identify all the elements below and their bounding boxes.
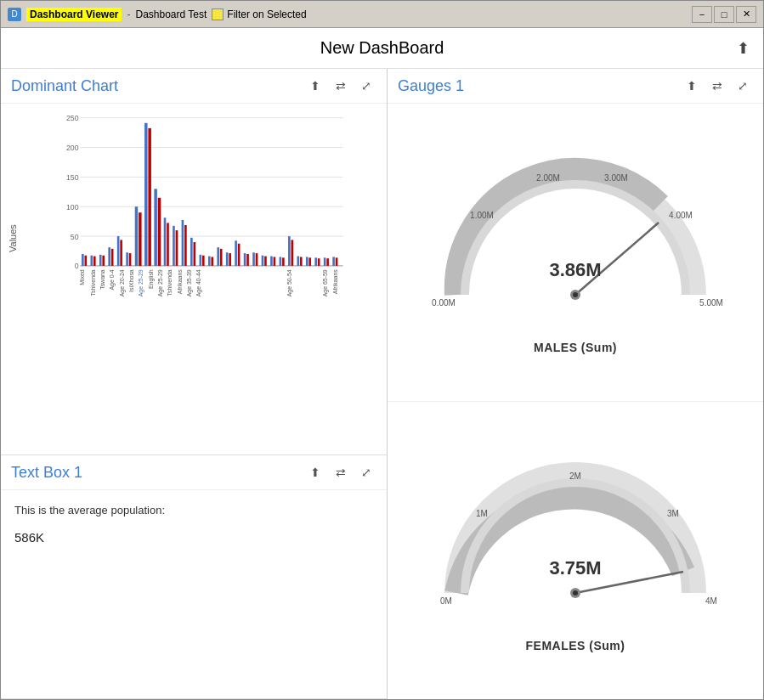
svg-text:Age 50-54: Age 50-54 — [286, 269, 293, 296]
svg-rect-49 — [244, 253, 246, 266]
svg-rect-22 — [120, 240, 122, 265]
svg-rect-60 — [291, 240, 294, 265]
dominant-chart-header: Dominant Chart ⬆ ⇄ ⤢ — [1, 69, 387, 104]
svg-text:3.00M: 3.00M — [604, 173, 628, 183]
right-panel: Gauges 1 ⬆ ⇄ ⤢ — [388, 69, 763, 699]
textbox-title: Text Box 1 — [11, 464, 305, 482]
minimize-button[interactable]: − — [692, 6, 712, 23]
doc-name: Dashboard Test — [135, 8, 207, 20]
svg-rect-43 — [217, 247, 219, 266]
svg-rect-32 — [167, 223, 169, 266]
textbox-filter-btn[interactable]: ⇄ — [331, 462, 351, 483]
svg-text:50: 50 — [71, 233, 79, 241]
svg-text:Age 40-44: Age 40-44 — [195, 269, 202, 296]
dominant-chart-filter-btn[interactable]: ⇄ — [331, 76, 351, 96]
textbox-text: This is the average population: — [14, 504, 373, 517]
svg-text:250: 250 — [66, 114, 79, 122]
title-separator: - — [127, 8, 130, 20]
females-gauge-svg: 3.75M 0M 1M 2M 3M 4M — [422, 449, 728, 635]
svg-rect-40 — [202, 256, 205, 266]
title-bar: D Dashboard Viewer - Dashboard Test Filt… — [1, 1, 763, 28]
svg-text:100: 100 — [66, 203, 79, 212]
svg-rect-41 — [208, 257, 211, 266]
svg-rect-27 — [144, 123, 147, 266]
svg-rect-57 — [280, 257, 282, 265]
svg-rect-46 — [229, 253, 231, 266]
svg-text:1M: 1M — [476, 509, 488, 518]
svg-rect-62 — [300, 257, 303, 265]
svg-text:4M: 4M — [705, 596, 717, 606]
svg-text:Age 20-24: Age 20-24 — [119, 269, 126, 296]
svg-text:Tshivenda: Tshivenda — [167, 269, 173, 296]
svg-text:Tshivenda: Tshivenda — [90, 269, 96, 296]
svg-rect-61 — [297, 257, 299, 266]
dominant-chart-expand-btn[interactable]: ⤢ — [356, 76, 376, 96]
textbox-icons: ⬆ ⇄ ⤢ — [305, 462, 376, 483]
svg-rect-63 — [306, 257, 308, 265]
svg-rect-59 — [288, 236, 291, 266]
females-gauge-label: FEMALES (Sum) — [526, 639, 625, 652]
gauges-icons: ⬆ ⇄ ⤢ — [682, 76, 753, 96]
dashboard-body: Dominant Chart ⬆ ⇄ ⤢ Values — [1, 69, 763, 699]
gauges-filter-btn[interactable]: ⇄ — [707, 76, 727, 96]
svg-rect-20 — [111, 249, 114, 266]
close-button[interactable]: ✕ — [736, 6, 756, 23]
svg-text:3.86M: 3.86M — [549, 259, 601, 280]
females-gauge-section: 3.75M 0M 1M 2M 3M 4M FEMALES (Sum) — [388, 402, 763, 699]
svg-rect-28 — [148, 128, 150, 266]
svg-rect-21 — [117, 236, 120, 266]
svg-text:Age 0-4: Age 0-4 — [109, 269, 116, 290]
filter-control[interactable]: Filter on Selected — [212, 8, 306, 20]
textbox-export-btn[interactable]: ⬆ — [305, 462, 325, 483]
svg-rect-56 — [274, 257, 276, 265]
svg-rect-19 — [108, 247, 110, 266]
svg-text:3M: 3M — [667, 509, 679, 518]
dashboard-title: New DashBoard — [320, 38, 444, 58]
svg-rect-44 — [220, 249, 223, 266]
svg-text:Tswana: Tswana — [99, 269, 105, 290]
svg-rect-54 — [264, 257, 267, 266]
dashboard-header: New DashBoard ⬆ — [1, 28, 763, 69]
gauges-expand-btn[interactable]: ⤢ — [733, 76, 753, 96]
svg-rect-33 — [173, 226, 175, 266]
textbox-expand-btn[interactable]: ⤢ — [356, 462, 376, 483]
svg-rect-67 — [324, 257, 326, 266]
dominant-chart-export-btn[interactable]: ⬆ — [305, 76, 325, 96]
svg-rect-66 — [318, 258, 320, 266]
males-gauge-svg: 3.86M 0.00M 1.00M 2.00M 3.00M 4.00M 5.00… — [422, 150, 728, 337]
dashboard-export-icon[interactable]: ⬆ — [737, 39, 750, 58]
svg-rect-36 — [184, 225, 187, 266]
dominant-chart-section: Dominant Chart ⬆ ⇄ ⤢ Values — [1, 69, 387, 455]
chart-svg: 250 200 150 100 50 0 — [21, 110, 383, 340]
svg-text:Age 25-29: Age 25-29 — [138, 269, 144, 296]
svg-rect-16 — [93, 257, 96, 266]
svg-point-99 — [573, 590, 578, 596]
svg-rect-35 — [182, 220, 184, 266]
chart-plot: 250 200 150 100 50 0 — [21, 110, 383, 367]
chart-area: Values 250 — [1, 104, 387, 367]
maximize-button[interactable]: □ — [714, 6, 734, 23]
filter-checkbox[interactable] — [212, 8, 224, 20]
svg-text:150: 150 — [66, 173, 79, 182]
svg-rect-31 — [164, 217, 167, 266]
svg-text:Afrikaans: Afrikaans — [177, 269, 183, 295]
filter-label: Filter on Selected — [227, 8, 306, 20]
gauges-export-btn[interactable]: ⬆ — [682, 76, 702, 96]
svg-rect-65 — [314, 257, 317, 266]
svg-rect-13 — [82, 254, 84, 266]
svg-rect-42 — [211, 257, 213, 265]
gauges-title: Gauges 1 — [398, 77, 682, 95]
svg-rect-68 — [326, 258, 329, 266]
svg-rect-51 — [252, 252, 255, 266]
svg-rect-34 — [176, 230, 178, 266]
app-window: D Dashboard Viewer - Dashboard Test Filt… — [0, 0, 764, 700]
svg-text:English: English — [148, 269, 155, 289]
svg-rect-70 — [336, 257, 338, 266]
svg-rect-15 — [90, 256, 93, 266]
svg-rect-18 — [102, 256, 105, 266]
svg-rect-48 — [238, 244, 241, 266]
svg-rect-50 — [246, 254, 249, 266]
svg-rect-45 — [226, 252, 229, 266]
svg-rect-25 — [135, 206, 138, 266]
textbox-value: 586K — [14, 530, 373, 545]
